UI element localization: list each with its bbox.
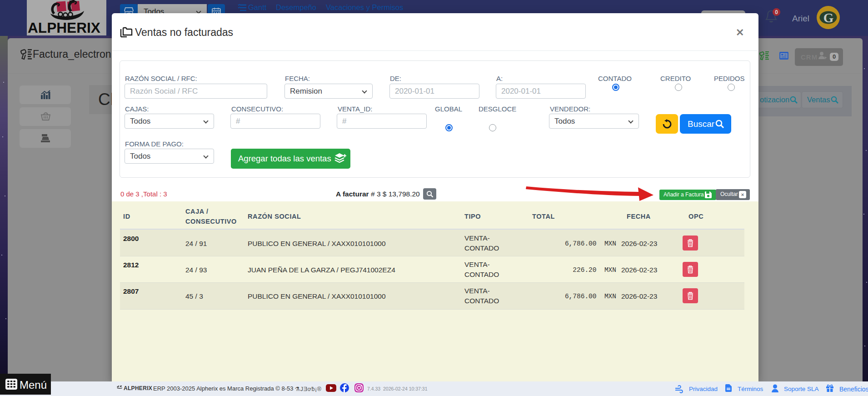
svg-text:0: 0: [775, 9, 778, 15]
svg-text:×: ×: [741, 192, 744, 197]
svg-text:G: G: [823, 10, 834, 25]
